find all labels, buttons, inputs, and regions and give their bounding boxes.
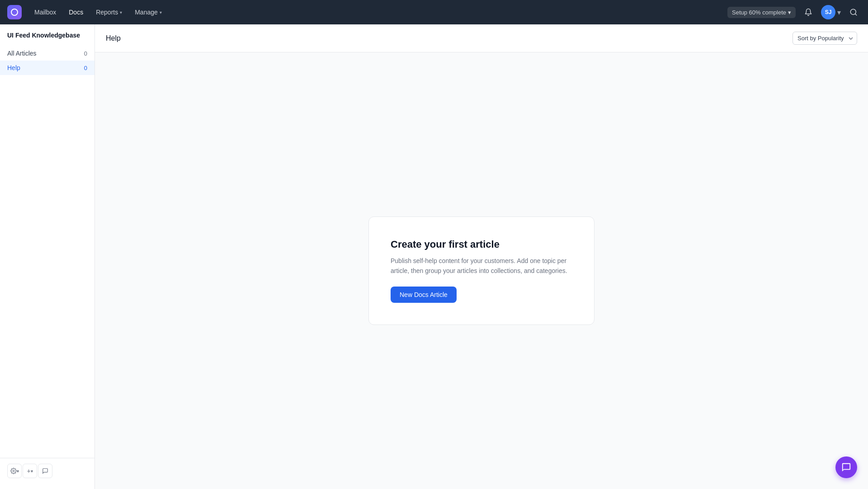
nav-right: Setup 60% complete ▾ SJ ▾ bbox=[727, 5, 861, 19]
main-header: Help Sort by Popularity Sort by Date Sor… bbox=[95, 24, 868, 52]
nav-items: Mailbox Docs Reports ▾ Manage ▾ bbox=[29, 6, 724, 19]
empty-state-description: Publish self-help content for your custo… bbox=[391, 256, 572, 276]
sidebar-actions: ▾ + ▾ bbox=[0, 458, 94, 482]
empty-state-card: Create your first article Publish self-h… bbox=[368, 216, 594, 325]
chevron-down-icon: ▾ bbox=[788, 9, 791, 16]
nav-docs[interactable]: Docs bbox=[63, 6, 89, 19]
top-nav: Mailbox Docs Reports ▾ Manage ▾ Setup 60… bbox=[0, 0, 868, 24]
sidebar-item-all-articles[interactable]: All Articles 0 bbox=[0, 46, 94, 61]
svg-line-1 bbox=[855, 14, 856, 15]
notifications-button[interactable] bbox=[801, 5, 816, 19]
sort-select[interactable]: Sort by Popularity Sort by Date Sort by … bbox=[793, 32, 857, 45]
sidebar-title: UI Feed Knowledgebase bbox=[0, 32, 94, 46]
new-docs-article-button[interactable]: New Docs Article bbox=[391, 287, 457, 303]
chat-icon-button[interactable] bbox=[38, 464, 52, 478]
nav-manage[interactable]: Manage ▾ bbox=[129, 6, 167, 19]
sort-wrapper: Sort by Popularity Sort by Date Sort by … bbox=[793, 32, 857, 45]
chevron-down-icon: ▾ bbox=[837, 8, 841, 17]
chat-bubble-button[interactable] bbox=[835, 456, 857, 478]
empty-state-title: Create your first article bbox=[391, 239, 572, 250]
svg-point-2 bbox=[13, 470, 14, 472]
settings-button[interactable]: ▾ bbox=[7, 464, 22, 478]
search-button[interactable] bbox=[846, 5, 861, 19]
chevron-down-icon: ▾ bbox=[17, 469, 19, 474]
main-content: Help Sort by Popularity Sort by Date Sor… bbox=[95, 24, 868, 489]
content-area: Create your first article Publish self-h… bbox=[95, 52, 868, 489]
nav-mailbox[interactable]: Mailbox bbox=[29, 6, 61, 19]
chevron-down-icon: ▾ bbox=[31, 469, 33, 474]
nav-reports[interactable]: Reports ▾ bbox=[90, 6, 127, 19]
add-button[interactable]: + ▾ bbox=[23, 464, 37, 478]
chevron-down-icon: ▾ bbox=[120, 10, 122, 15]
layout: UI Feed Knowledgebase All Articles 0 Hel… bbox=[0, 24, 868, 489]
avatar: SJ bbox=[821, 5, 835, 19]
sidebar-item-help[interactable]: Help 0 bbox=[0, 61, 94, 75]
chevron-down-icon: ▾ bbox=[160, 10, 162, 15]
setup-progress[interactable]: Setup 60% complete ▾ bbox=[727, 7, 796, 18]
account-button[interactable]: SJ ▾ bbox=[821, 5, 841, 19]
sidebar: UI Feed Knowledgebase All Articles 0 Hel… bbox=[0, 24, 95, 489]
app-logo[interactable] bbox=[7, 5, 22, 19]
main-header-title: Help bbox=[106, 34, 121, 42]
